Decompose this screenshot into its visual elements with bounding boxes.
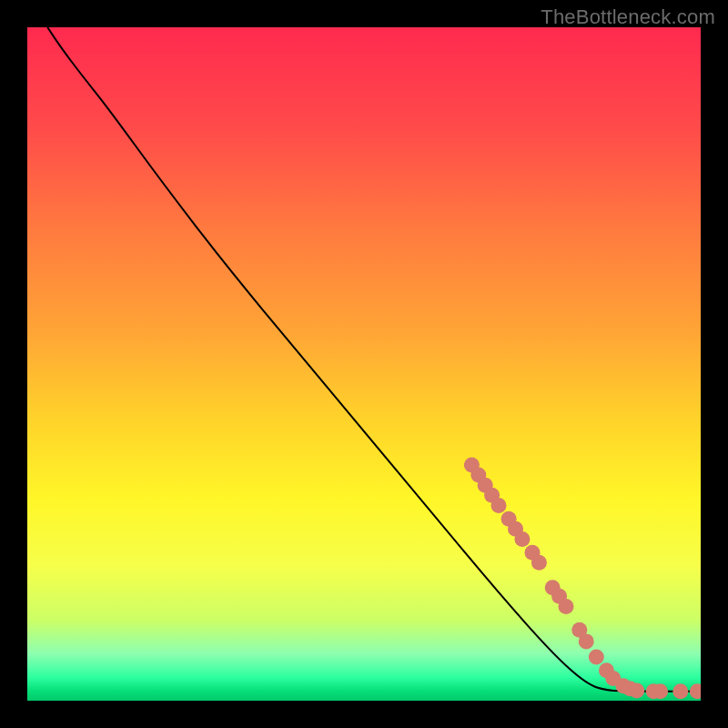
data-marker: [652, 683, 668, 699]
data-marker: [672, 683, 688, 699]
plot-area: [27, 27, 701, 701]
data-marker: [491, 498, 507, 513]
watermark-text: TheBottleneck.com: [541, 5, 715, 29]
chart-svg: [27, 27, 701, 701]
chart-stage: TheBottleneck.com: [0, 0, 728, 728]
data-marker: [559, 599, 574, 614]
data-marker: [531, 555, 547, 571]
data-marker: [589, 649, 604, 664]
data-marker: [629, 682, 644, 698]
data-marker: [514, 531, 530, 547]
data-marker: [579, 633, 594, 649]
gradient-background: [27, 27, 701, 701]
